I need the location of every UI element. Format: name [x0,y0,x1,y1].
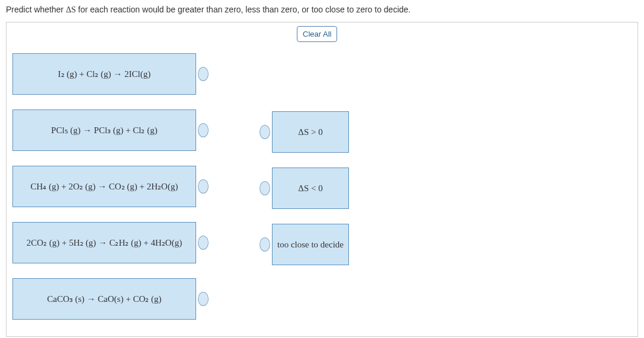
prompt-post: for each reaction would be greater than … [76,5,411,14]
reaction-label: 2CO₂ (g) + 5H₂ (g) → C₂H₂ (g) + 4H₂O(g) [27,237,182,248]
connector-knob[interactable] [259,237,270,252]
reaction-column: I₂ (g) + Cl₂ (g) → 2ICl(g) PCl₅ (g) → PC… [12,53,214,334]
clear-all-button[interactable]: Clear All [297,26,337,42]
reaction-label: PCl₅ (g) → PCl₃ (g) + Cl₂ (g) [51,125,157,136]
category-label: ΔS < 0 [298,184,322,194]
matching-workspace: Clear All I₂ (g) + Cl₂ (g) → 2ICl(g) PCl… [6,22,638,337]
category-column: ΔS > 0 ΔS < 0 too close to decide [255,111,350,280]
reaction-tile[interactable]: 2CO₂ (g) + 5H₂ (g) → C₂H₂ (g) + 4H₂O(g) [12,222,196,263]
category-tile[interactable]: ΔS > 0 [272,111,349,153]
category-label: ΔS > 0 [298,127,322,137]
connector-knob[interactable] [259,181,270,195]
reaction-tile[interactable]: I₂ (g) + Cl₂ (g) → 2ICl(g) [12,53,196,95]
category-tile[interactable]: too close to decide [272,224,349,265]
connector-knob[interactable] [198,292,209,306]
reaction-tile[interactable]: PCl₅ (g) → PCl₃ (g) + Cl₂ (g) [12,110,196,151]
reaction-tile[interactable]: CH₄ (g) + 2O₂ (g) → CO₂ (g) + 2H₂O(g) [12,166,196,207]
connector-knob[interactable] [198,123,209,137]
reaction-label: I₂ (g) + Cl₂ (g) → 2ICl(g) [58,69,150,79]
reaction-label: CH₄ (g) + 2O₂ (g) → CO₂ (g) + 2H₂O(g) [31,181,178,192]
question-prompt: Predict whether ΔS for each reaction wou… [0,0,644,22]
connector-knob[interactable] [198,67,209,81]
category-label: too close to decide [277,240,344,250]
reaction-label: CaCO₃ (s) → CaO(s) + CO₂ (g) [47,294,162,304]
reaction-tile[interactable]: CaCO₃ (s) → CaO(s) + CO₂ (g) [12,278,196,320]
connector-knob[interactable] [198,236,209,250]
category-tile[interactable]: ΔS < 0 [272,168,349,209]
connector-knob[interactable] [198,179,209,194]
prompt-pre: Predict whether [6,5,66,14]
prompt-delta: ΔS [66,5,76,14]
connector-knob[interactable] [259,125,270,139]
